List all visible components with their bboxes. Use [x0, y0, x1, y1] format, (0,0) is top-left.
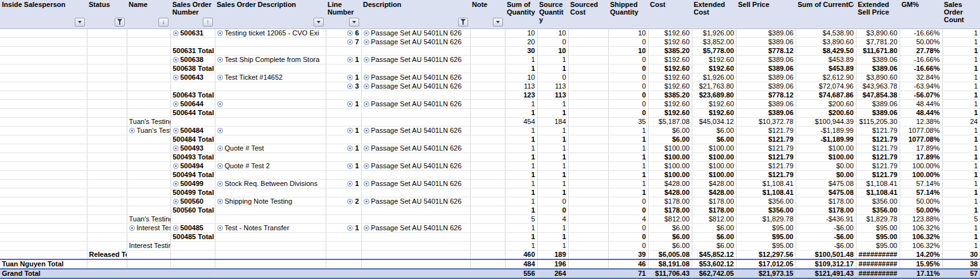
cell-sales-order-count[interactable]: 1: [942, 28, 980, 37]
cell-extended-cost[interactable]: $6.00: [692, 126, 736, 135]
cell-gm-percent[interactable]: -16.66%: [900, 55, 942, 64]
cell-cost[interactable]: $192.60: [648, 99, 692, 108]
cell-extended-sell-price[interactable]: $1,108.41: [856, 188, 900, 197]
cell-sales-order-count[interactable]: 1: [942, 161, 980, 170]
cell-sum-of-currentcost[interactable]: $178.00: [796, 197, 856, 206]
cell-name[interactable]: [127, 28, 170, 37]
cell-gm-percent[interactable]: 106.32%: [900, 241, 942, 250]
cell-sum-of-quantity[interactable]: 460: [505, 250, 537, 259]
cell-gm-percent[interactable]: -16.66%: [900, 28, 942, 37]
cell-status[interactable]: [87, 259, 127, 269]
cell-status[interactable]: [87, 37, 127, 46]
cell-gm-percent[interactable]: 106.32%: [900, 232, 942, 241]
cell-sales-order-number[interactable]: [170, 37, 215, 46]
cell-source-quantity[interactable]: 1: [537, 108, 568, 117]
cell-status[interactable]: [87, 144, 127, 152]
cell-sales-order-description[interactable]: Quote # Test: [215, 144, 326, 152]
cell-sum-of-quantity[interactable]: 1: [505, 144, 537, 152]
cell-extended-cost[interactable]: $192.60: [692, 108, 736, 117]
cell-sum-of-quantity[interactable]: 1: [505, 99, 537, 108]
col-header-sales-order-description[interactable]: Sales Order Description: [215, 0, 326, 28]
cell-inside-salesperson[interactable]: [0, 82, 87, 90]
expand-icon[interactable]: [347, 39, 353, 45]
cell-sales-order-count[interactable]: 1: [942, 90, 980, 99]
col-header-gm-percent[interactable]: GM%: [900, 0, 942, 28]
cell-sales-order-count[interactable]: 1: [942, 64, 980, 73]
cell-line-number[interactable]: [326, 135, 361, 144]
cell-sales-order-number[interactable]: 500643: [170, 73, 215, 82]
expand-icon[interactable]: [364, 199, 369, 204]
cell-sales-order-description[interactable]: [215, 126, 326, 135]
cell-name[interactable]: [127, 55, 170, 64]
expand-icon[interactable]: [364, 128, 369, 133]
cell-status[interactable]: [87, 82, 127, 90]
field-filter-button-name[interactable]: ↓: [158, 18, 169, 27]
cell-sell-price[interactable]: $389.06: [736, 108, 796, 117]
cell-status[interactable]: [87, 73, 127, 82]
cell-note[interactable]: [470, 37, 505, 46]
cell-name[interactable]: Tuan's Testing Inc (US) Total: [127, 117, 170, 126]
cell-sum-of-currentcost[interactable]: $3,890.60: [796, 37, 856, 46]
cell-sell-price[interactable]: $121.79: [736, 170, 796, 179]
cell-name[interactable]: [127, 250, 170, 259]
cell-sum-of-quantity[interactable]: 454: [505, 117, 537, 126]
cell-inside-salesperson[interactable]: [0, 206, 87, 214]
cell-status[interactable]: [87, 170, 127, 179]
cell-sourced-cost[interactable]: [568, 269, 608, 278]
cell-sourced-cost[interactable]: [568, 206, 608, 214]
col-header-note[interactable]: Note: [470, 0, 505, 28]
cell-line-number[interactable]: [326, 117, 361, 126]
cell-sales-order-count[interactable]: 1: [942, 126, 980, 135]
cell-sales-order-description[interactable]: [215, 152, 326, 161]
field-filter-button-note[interactable]: [493, 18, 503, 27]
cell-source-quantity[interactable]: 113: [537, 90, 568, 99]
cell-status[interactable]: [87, 197, 127, 206]
cell-description[interactable]: Passage Set AU 5401LN 626: [361, 223, 470, 232]
cell-name[interactable]: Tuan's Testing Inc. (CAD) Total: [127, 214, 170, 223]
cell-extended-sell-price[interactable]: $1,108.41: [856, 179, 900, 188]
cell-sourced-cost[interactable]: [568, 126, 608, 135]
cell-sourced-cost[interactable]: [568, 64, 608, 73]
cell-inside-salesperson[interactable]: [0, 223, 87, 232]
cell-extended-cost[interactable]: $45,852.12: [692, 250, 736, 259]
cell-status[interactable]: [87, 241, 127, 250]
cell-sell-price[interactable]: $21,973.15: [736, 269, 796, 278]
cell-note[interactable]: [470, 179, 505, 188]
cell-sales-order-number[interactable]: 500494: [170, 161, 215, 170]
cell-extended-cost[interactable]: $100.00: [692, 144, 736, 152]
cell-gm-percent[interactable]: 100.00%: [900, 161, 942, 170]
cell-sales-order-count[interactable]: 1: [942, 179, 980, 188]
cell-sourced-cost[interactable]: [568, 82, 608, 90]
cell-inside-salesperson[interactable]: [0, 161, 87, 170]
col-header-cost[interactable]: Cost: [648, 0, 692, 28]
cell-sales-order-count[interactable]: 24: [942, 117, 980, 126]
cell-sales-order-count[interactable]: 1: [942, 232, 980, 241]
cell-sum-of-quantity[interactable]: 30: [505, 46, 537, 55]
cell-sum-of-quantity[interactable]: 1: [505, 206, 537, 214]
cell-sales-order-number[interactable]: 500499 Total: [170, 188, 215, 197]
cell-sales-order-count[interactable]: 1: [942, 37, 980, 46]
cell-status[interactable]: [87, 152, 127, 161]
expand-icon[interactable]: [217, 146, 223, 151]
cell-description[interactable]: [361, 214, 470, 223]
cell-description[interactable]: [361, 188, 470, 197]
cell-sell-price[interactable]: $17,012.05: [736, 259, 796, 269]
cell-line-number[interactable]: [326, 108, 361, 117]
cell-extended-sell-price[interactable]: $121.79: [856, 135, 900, 144]
cell-sales-order-description[interactable]: Testing ticket 12065 - CVO Exi: [215, 28, 326, 37]
cell-sum-of-quantity[interactable]: 484: [505, 259, 537, 269]
cell-cost[interactable]: $6.00: [648, 126, 692, 135]
cell-source-quantity[interactable]: 1: [537, 161, 568, 170]
cell-source-quantity[interactable]: 0: [537, 73, 568, 82]
cell-status[interactable]: Released Total: [87, 250, 127, 259]
cell-extended-sell-price[interactable]: ##########: [856, 250, 900, 259]
cell-sourced-cost[interactable]: [568, 46, 608, 55]
cell-description[interactable]: Passage Set AU 5401LN 626: [361, 55, 470, 64]
cell-sourced-cost[interactable]: [568, 259, 608, 269]
cell-shipped-quantity[interactable]: 0: [608, 90, 648, 99]
cell-sell-price[interactable]: $389.06: [736, 82, 796, 90]
cell-sum-of-currentcost[interactable]: $100.00: [796, 144, 856, 152]
cell-gm-percent[interactable]: 1077.08%: [900, 126, 942, 135]
cell-sell-price[interactable]: $1,108.41: [736, 188, 796, 197]
expand-icon[interactable]: [173, 101, 179, 107]
